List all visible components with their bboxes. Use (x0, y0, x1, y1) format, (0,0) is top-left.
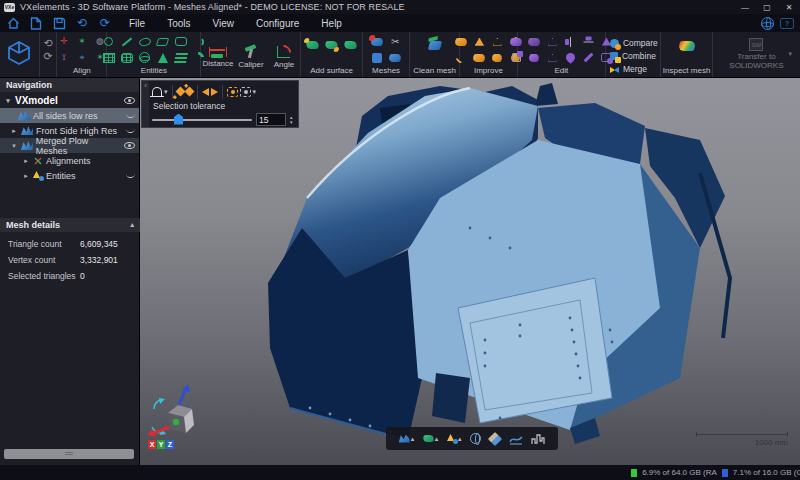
edit-triangle-icon[interactable] (545, 35, 559, 48)
entity-ellipse-icon[interactable] (138, 35, 152, 48)
align-axes-icon[interactable]: ✛ (57, 35, 71, 48)
inspect-mesh-button[interactable]: Inspect mesh (661, 32, 713, 77)
spinner-arrows[interactable]: ▴▾ (290, 115, 293, 125)
improve-smooth-icon[interactable] (454, 51, 468, 64)
distance-button[interactable]: Distance (201, 44, 234, 68)
mesh-cut-icon[interactable]: ✂ (388, 35, 402, 48)
add-surface-auto-icon[interactable] (343, 41, 358, 49)
menu-configure[interactable]: Configure (247, 16, 308, 31)
visibility-toggle[interactable] (126, 173, 135, 178)
mesh-remove-icon[interactable] (370, 35, 384, 48)
chevron-down-icon[interactable]: ▾ (10, 142, 18, 150)
improve-decimate-icon[interactable] (472, 51, 486, 64)
entity-line-icon[interactable] (120, 35, 134, 48)
selection-tolerance-slider[interactable] (152, 119, 252, 121)
lasso-selection-icon[interactable] (152, 87, 162, 96)
entity-slot-icon[interactable] (156, 35, 170, 48)
plow-mesh-model[interactable] (140, 78, 800, 465)
grow-selection-icon[interactable] (175, 87, 185, 97)
navigation-header[interactable]: Navigation (0, 78, 139, 92)
menu-tools[interactable]: Tools (158, 16, 199, 31)
mesh-trim-icon[interactable] (388, 51, 402, 64)
feedback-icon[interactable]: ? (780, 18, 794, 29)
chevron-right-icon[interactable]: ▸ (22, 157, 30, 165)
chevron-right-icon[interactable]: ▸ (10, 127, 18, 135)
edit-surface-icon[interactable] (527, 35, 541, 48)
align-star-icon[interactable]: ✶ (75, 35, 89, 48)
new-file-button[interactable] (27, 16, 45, 30)
slider-thumb[interactable] (174, 114, 183, 125)
improve-spike-icon[interactable] (472, 35, 486, 48)
selection-tolerance-input[interactable] (256, 113, 286, 126)
visibility-toggle[interactable] (124, 142, 135, 149)
entity-rectangle-icon[interactable] (174, 35, 188, 48)
entity-plane-icon[interactable] (102, 51, 116, 64)
combine-button[interactable]: Combine (606, 50, 660, 62)
edit-pen-icon[interactable] (581, 51, 595, 64)
transfer-dropdown-icon[interactable]: ▾ (788, 50, 792, 58)
tree-node-all-sides-low-res[interactable]: All sides low res (0, 108, 139, 123)
vxmodel-module-button[interactable] (0, 32, 40, 77)
orientation-cube-icon[interactable] (146, 383, 206, 439)
collapse-icon[interactable]: ▴ (130, 221, 134, 229)
merge-button[interactable]: Merge (606, 63, 660, 75)
align-target-icon[interactable]: ⌖ (75, 51, 89, 64)
tree-node-vxmodel[interactable]: ▾ VXmodel (0, 93, 139, 108)
select-back-faces-icon[interactable] (202, 88, 209, 96)
tree-node-alignments[interactable]: ▸ Alignments (0, 153, 139, 168)
online-help-icon[interactable] (761, 17, 774, 30)
more-options-dropdown-icon[interactable]: ▾ (253, 88, 257, 96)
redo-icon[interactable]: ⟳ (43, 51, 52, 61)
add-surface-manual-icon[interactable] (324, 41, 339, 49)
select-through-icon[interactable] (240, 87, 251, 97)
viewport-3d[interactable]: ‹ ▾ ▾ Selection tolerance (140, 78, 800, 465)
chevron-down-icon[interactable]: ▾ (4, 97, 12, 105)
improve-hole-icon[interactable] (490, 35, 504, 48)
chevron-right-icon[interactable]: ▸ (22, 172, 30, 180)
menu-help[interactable]: Help (312, 16, 351, 31)
mesh-details-header[interactable]: Mesh details ▴ (0, 218, 140, 232)
visibility-toggle[interactable] (126, 128, 135, 133)
close-button[interactable]: ✕ (778, 0, 800, 14)
undo-button[interactable]: ⟲ (73, 16, 91, 30)
edit-copy-icon[interactable] (509, 51, 523, 64)
select-visible-icon[interactable] (227, 87, 238, 97)
entity-sphere-icon[interactable] (138, 51, 152, 64)
collapse-left-icon[interactable]: ‹ (142, 81, 149, 127)
edit-triangles-icon[interactable] (545, 51, 559, 64)
edit-mirror-icon[interactable] (563, 35, 577, 48)
redo-button[interactable]: ⟳ (96, 16, 114, 30)
improve-refine-icon[interactable] (490, 51, 504, 64)
orientation-widget[interactable]: X Y Z (146, 383, 206, 449)
menu-view[interactable]: View (203, 16, 243, 31)
mesh-display-button[interactable]: ▴ (399, 435, 415, 443)
angle-button[interactable]: Angle (267, 43, 300, 69)
caliper-button[interactable]: Caliper (234, 43, 267, 69)
clipping-plane-button[interactable] (490, 434, 500, 444)
edit-sculpt-icon[interactable] (527, 51, 541, 64)
edit-waterproof-icon[interactable] (563, 51, 577, 64)
clean-mesh-button[interactable]: Clean mesh (410, 32, 460, 77)
entity-cross-sections-icon[interactable] (174, 51, 188, 64)
add-surface-boundary-icon[interactable] (305, 41, 320, 49)
entities-display-button[interactable]: ▴ (447, 434, 462, 443)
entity-cone-icon[interactable] (156, 51, 170, 64)
menu-file[interactable]: File (120, 16, 154, 31)
visibility-toggle[interactable] (124, 97, 135, 104)
undo-icon[interactable]: ⟲ (43, 38, 52, 48)
cross-section-button[interactable] (509, 433, 523, 445)
save-button[interactable] (50, 16, 68, 30)
home-button[interactable] (4, 16, 22, 30)
compare-button[interactable]: Compare (606, 37, 660, 49)
surface-display-button[interactable]: ▴ (423, 435, 439, 443)
tree-node-entities[interactable]: ▸ Entities (0, 168, 139, 183)
visibility-toggle[interactable] (126, 113, 135, 118)
improve-fill-icon[interactable] (454, 35, 468, 48)
align-pin-icon[interactable]: ⟟ (57, 51, 71, 64)
tree-node-merged-plow-meshes[interactable]: ▾ Merged Plow Meshes (0, 138, 139, 153)
horizontal-scrollbar[interactable] (4, 449, 134, 459)
transfer-solidworks-button[interactable]: SW Transfer to SOLIDWORKS ▾ (713, 32, 800, 77)
mesh-square-icon[interactable] (370, 51, 384, 64)
histogram-button[interactable] (531, 433, 545, 445)
edit-patch-icon[interactable] (509, 35, 523, 48)
